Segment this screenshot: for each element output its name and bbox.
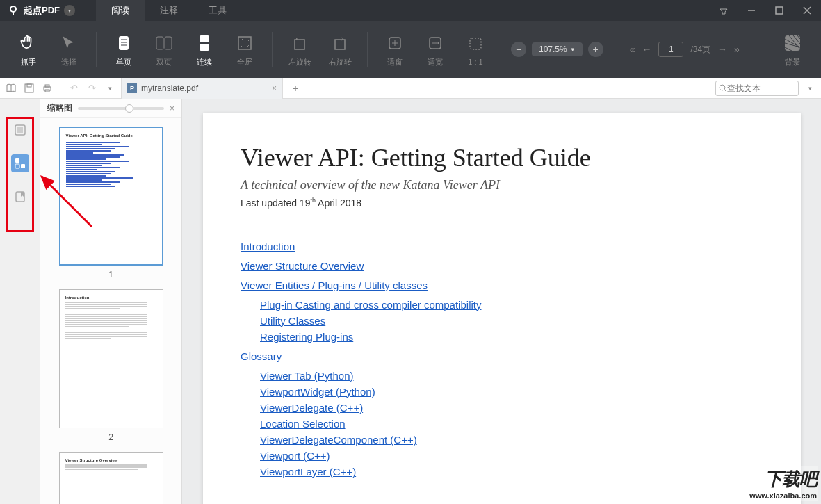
undo-icon[interactable]: ↶ [67, 81, 81, 95]
cursor-icon [58, 32, 80, 54]
book-icon[interactable] [4, 81, 18, 95]
toc-link[interactable]: Viewer Entities / Plug-ins / Utility cla… [241, 279, 428, 291]
svg-rect-9 [156, 37, 163, 49]
svg-rect-23 [45, 85, 49, 87]
svg-rect-15 [335, 40, 345, 49]
toc-link[interactable]: ViewportLayer (C++) [260, 466, 356, 478]
rotate-right-button[interactable]: 右旋转 [324, 32, 356, 67]
save-icon[interactable] [22, 81, 36, 95]
minimize-icon[interactable] [738, 0, 765, 21]
dropdown-icon[interactable]: ▾ [103, 81, 117, 95]
fit-window-button[interactable]: 适窗 [379, 32, 411, 67]
svg-line-26 [724, 90, 726, 92]
menu-tab-tools[interactable]: 工具 [193, 0, 242, 21]
document-area[interactable]: Viewer API: Getting Started Guide A tech… [182, 99, 821, 504]
hand-icon [17, 32, 40, 54]
continuous-icon [193, 32, 216, 54]
svg-point-25 [720, 85, 725, 90]
double-page-button[interactable]: 双页 [148, 32, 180, 67]
toc-link[interactable]: ViewerDelegate (C++) [260, 402, 363, 414]
toc-link[interactable]: ViewerDelegateComponent (C++) [260, 434, 417, 446]
svg-rect-21 [27, 84, 31, 87]
close-tab-icon[interactable]: × [272, 83, 277, 93]
select-tool-button[interactable]: 选择 [53, 32, 85, 67]
thumb-size-slider[interactable] [78, 107, 164, 110]
toc-link[interactable]: ViewportWidget (Python) [260, 386, 375, 398]
new-tab-button[interactable]: + [287, 83, 304, 94]
prev-page-button[interactable]: ← [642, 44, 651, 55]
toc-link[interactable]: Viewport (C++) [260, 450, 330, 462]
first-page-button[interactable]: « [630, 44, 635, 55]
thumbnail-item[interactable]: Viewer Structure Overview [49, 452, 173, 504]
toc-link[interactable]: Glossary [241, 350, 282, 362]
toc-link[interactable]: Viewer Structure Overview [241, 260, 364, 272]
file-name: mytranslate.pdf [141, 83, 198, 93]
file-bar: ↶ ↷ ▾ P mytranslate.pdf × + ▾ [0, 78, 821, 99]
zoom-value[interactable]: 107.5%▼ [532, 42, 583, 56]
maximize-icon[interactable] [765, 0, 793, 21]
search-icon [719, 84, 727, 92]
app-logo-icon [7, 4, 19, 17]
search-input[interactable] [727, 83, 783, 93]
toc-link[interactable]: Registering Plug-ins [260, 331, 353, 343]
menu-tabs: 阅读 注释 工具 [96, 0, 242, 21]
thumbnail-item[interactable]: Introduction 2 [49, 289, 173, 442]
toc-link[interactable]: Location Selection [260, 418, 346, 430]
toc-link[interactable]: Viewer Tab (Python) [260, 370, 354, 382]
page-nav: « ← /34页 → » [630, 42, 740, 57]
rotate-left-button[interactable]: 左旋转 [284, 32, 316, 67]
page-input[interactable] [658, 42, 683, 57]
last-updated: Last updated 19th April 2018 [241, 197, 763, 209]
next-page-button[interactable]: → [717, 44, 727, 55]
print-icon[interactable] [40, 81, 54, 95]
pin-icon[interactable] [710, 0, 738, 21]
thumbnail-item[interactable]: Viewer API: Getting Started Guide 1 [49, 127, 173, 279]
thumbnail-panel: 缩略图 × Viewer API: Getting Started Guide [40, 99, 182, 504]
zoom-in-button[interactable]: + [588, 42, 603, 57]
document-page: Viewer API: Getting Started Guide A tech… [203, 113, 801, 504]
double-page-icon [153, 32, 175, 54]
file-tab[interactable]: P mytranslate.pdf × [121, 78, 283, 99]
menu-tab-annotate[interactable]: 注释 [145, 0, 193, 21]
search-dropdown-icon[interactable]: ▾ [803, 81, 817, 95]
svg-rect-18 [470, 38, 481, 49]
menu-tab-read[interactable]: 阅读 [96, 0, 145, 21]
continuous-button[interactable]: 连续 [188, 32, 220, 67]
svg-rect-11 [200, 35, 209, 42]
main-toolbar: 抓手 选择 单页 双页 连续 全屏 左旋转 [0, 21, 821, 78]
thumbnail-list[interactable]: Viewer API: Getting Started Guide 1 Intr… [40, 118, 181, 504]
svg-rect-12 [200, 44, 209, 51]
fullscreen-icon [234, 32, 256, 54]
toc-link[interactable]: Plug-in Casting and cross compiler compa… [260, 299, 481, 311]
fit-width-icon [424, 32, 446, 54]
annotation-highlight [6, 117, 34, 232]
close-icon[interactable] [793, 0, 821, 21]
fit-width-button[interactable]: 适宽 [419, 32, 451, 67]
one-to-one-button[interactable]: 1 : 1 [460, 32, 491, 67]
last-page-button[interactable]: » [734, 44, 740, 55]
close-panel-icon[interactable]: × [170, 104, 174, 113]
svg-rect-14 [295, 40, 304, 49]
zoom-out-button[interactable]: − [511, 42, 526, 57]
app-dropdown-icon[interactable]: ▾ [64, 5, 75, 16]
background-icon [781, 32, 804, 54]
toc-link[interactable]: Utility Classes [260, 315, 325, 327]
page-total: /34页 [690, 44, 710, 56]
svg-rect-2 [776, 7, 783, 14]
sidebar-strip [0, 99, 40, 504]
svg-point-0 [10, 6, 16, 12]
background-button[interactable]: 背景 [777, 32, 808, 67]
app-name: 起点PDF [24, 4, 60, 17]
redo-icon[interactable]: ↷ [85, 81, 99, 95]
zoom-control: − 107.5%▼ + [511, 42, 603, 57]
one-to-one-icon [464, 33, 487, 55]
search-box[interactable] [715, 81, 799, 96]
single-page-button[interactable]: 单页 [108, 32, 140, 67]
fullscreen-button[interactable]: 全屏 [229, 32, 261, 67]
hand-tool-button[interactable]: 抓手 [13, 32, 44, 67]
toc-link[interactable]: Introduction [241, 241, 295, 252]
page-title: Viewer API: Getting Started Guide [241, 143, 763, 172]
single-page-icon [113, 32, 135, 54]
svg-rect-20 [25, 84, 33, 92]
page-subtitle: A technical overview of the new Katana V… [241, 178, 763, 193]
